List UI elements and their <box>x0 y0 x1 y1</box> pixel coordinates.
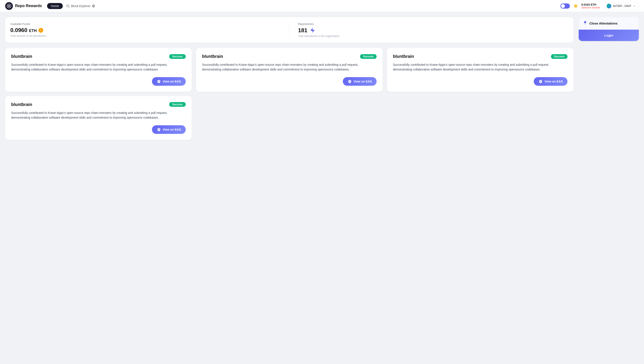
available-funds-label: Available Funds <box>10 22 281 26</box>
login-button[interactable]: Login <box>579 30 639 41</box>
repositories-value: 181 <box>298 27 307 34</box>
repositories-label: Repositories <box>298 22 568 26</box>
card-description: Successfully contributed to Krane-Apps's… <box>393 62 567 72</box>
available-funds-sublabel: Total rewards of all repositories <box>10 34 281 38</box>
card-footer: View on EAS <box>393 77 567 86</box>
close-attestations-button[interactable]: Close Attestations <box>579 17 639 30</box>
right-sidebar: Close Attestations Login <box>579 17 639 140</box>
view-on-eas-button[interactable]: View on EAS <box>152 125 186 134</box>
app-logo[interactable]: Repo Rewards <box>5 2 42 10</box>
status-badge: Success <box>169 102 186 107</box>
main-content: Available Funds 0.0960 ETH ! Total rewar… <box>0 12 644 145</box>
card-header: bluntbrain Success <box>11 54 186 59</box>
navbar: Repo Rewards Home Block Explorer ☀️ 0.01… <box>0 0 644 12</box>
wallet-address: 0x7287...C81F <box>613 4 631 8</box>
available-funds-stat: Available Funds 0.0960 ETH ! Total rewar… <box>10 22 281 38</box>
available-funds-value: 0.0960 ETH <box>10 27 37 34</box>
svg-point-1 <box>8 5 10 7</box>
sun-icon: ☀️ <box>573 4 578 8</box>
card-header: bluntbrain Success <box>202 54 377 59</box>
attestation-card: bluntbrain Success Successfully contribu… <box>196 48 383 92</box>
network-info: 0.0163 ETH Optimism Sepolia <box>581 3 600 9</box>
repositories-stat: Repositories 181 Total repositories in t… <box>298 22 568 38</box>
card-description: Successfully contributed to Krane-Apps's… <box>11 110 186 120</box>
eas-icon <box>157 128 161 132</box>
home-nav-button[interactable]: Home <box>47 3 63 9</box>
search-icon <box>66 4 70 8</box>
navbar-nav: Home Block Explorer <box>47 3 95 9</box>
eas-icon <box>157 79 161 84</box>
attestation-card: bluntbrain Success Successfully contribu… <box>387 48 573 92</box>
card-username: bluntbrain <box>11 102 32 107</box>
wallet-avatar <box>606 4 611 8</box>
lightning-icon <box>309 27 316 34</box>
cards-grid: bluntbrain Success Successfully contribu… <box>5 48 573 140</box>
card-header: bluntbrain Success <box>393 54 567 59</box>
view-on-eas-button[interactable]: View on EAS <box>152 77 186 86</box>
repositories-sublabel: Total repositories in the organisation <box>298 34 568 38</box>
logo-icon <box>5 2 13 10</box>
attestation-card: bluntbrain Success Successfully contribu… <box>5 48 192 92</box>
attestations-panel: Close Attestations Login <box>579 17 639 41</box>
network-label: Optimism Sepolia <box>581 6 600 9</box>
eas-icon <box>538 79 543 84</box>
left-area: Available Funds 0.0960 ETH ! Total rewar… <box>5 17 573 140</box>
external-link-icon <box>92 4 95 8</box>
status-badge: Success <box>360 54 377 59</box>
block-explorer-link[interactable]: Block Explorer <box>66 4 95 8</box>
block-explorer-label: Block Explorer <box>71 4 90 8</box>
card-username: bluntbrain <box>202 54 223 59</box>
status-badge: Success <box>551 54 567 59</box>
close-attestations-label: Close Attestations <box>589 22 617 25</box>
navbar-right: ☀️ 0.0163 ETH Optimism Sepolia 0x7287...… <box>560 2 639 10</box>
eas-icon <box>348 79 352 84</box>
view-on-eas-button[interactable]: View on EAS <box>343 77 377 86</box>
bell-icon <box>583 21 587 26</box>
stat-divider <box>289 22 290 38</box>
card-description: Successfully contributed to Krane-Apps's… <box>202 62 377 72</box>
chevron-down-icon <box>633 5 635 7</box>
card-description: Successfully contributed to Krane-Apps's… <box>11 62 186 72</box>
attestation-card: bluntbrain Success Successfully contribu… <box>5 96 192 140</box>
status-badge: Success <box>169 54 186 59</box>
app-name: Repo Rewards <box>15 4 42 8</box>
svg-point-2 <box>67 5 69 7</box>
warning-icon[interactable]: ! <box>39 28 43 33</box>
wallet-button[interactable]: 0x7287...C81F <box>603 2 639 10</box>
card-username: bluntbrain <box>11 54 32 59</box>
eth-balance: 0.0163 ETH <box>581 3 600 6</box>
stats-card: Available Funds 0.0960 ETH ! Total rewar… <box>5 17 573 43</box>
theme-toggle[interactable] <box>560 4 570 8</box>
card-header: bluntbrain Success <box>11 102 186 107</box>
view-on-eas-button[interactable]: View on EAS <box>534 77 567 86</box>
card-footer: View on EAS <box>202 77 377 86</box>
card-username: bluntbrain <box>393 54 414 59</box>
card-footer: View on EAS <box>11 125 186 134</box>
card-footer: View on EAS <box>11 77 186 86</box>
